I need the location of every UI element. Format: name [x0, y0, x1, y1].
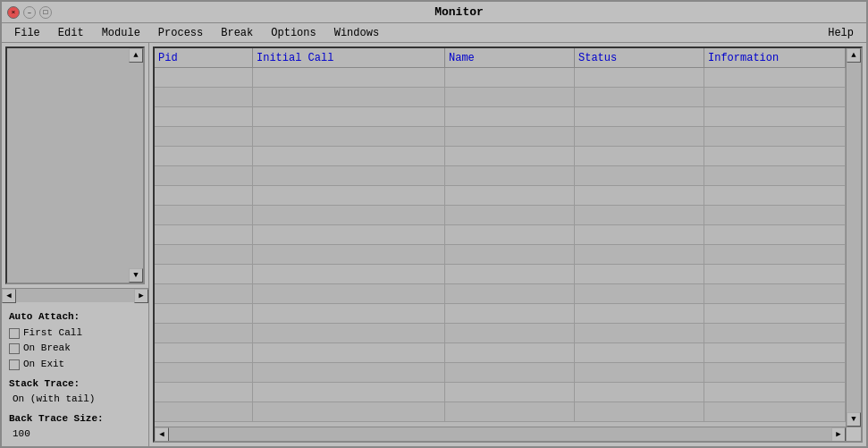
cell-pid: [155, 147, 253, 165]
table-row[interactable]: [155, 265, 861, 284]
menu-edit[interactable]: Edit: [49, 25, 93, 41]
right-panel: Pid Initial Call Name Status Information: [149, 43, 866, 446]
cell-information: [704, 402, 846, 421]
cell-status: [575, 88, 704, 106]
table-row[interactable]: [155, 147, 861, 166]
table-scroll-h-track[interactable]: [169, 427, 831, 441]
table-row[interactable]: [155, 363, 861, 383]
cell-information: [704, 383, 846, 402]
cell-initial-call: [253, 147, 445, 165]
main-content: ▲ ▼ ◀ ▶ Auto Attach: First Call On Break: [2, 43, 866, 446]
cell-name: [445, 147, 575, 165]
title-bar-buttons: × – □: [7, 6, 52, 19]
table-header: Pid Initial Call Name Status Information: [155, 48, 861, 68]
cell-initial-call: [253, 304, 445, 323]
cell-status: [575, 225, 704, 244]
table-scroll-left-button[interactable]: ◀: [155, 427, 169, 442]
table-row[interactable]: [155, 383, 861, 402]
cell-name: [445, 186, 575, 205]
cell-status: [575, 107, 704, 126]
cell-status: [575, 127, 704, 146]
col-header-information[interactable]: Information: [704, 48, 846, 67]
checkbox-on-exit-box[interactable]: [9, 359, 20, 370]
table-row[interactable]: [155, 88, 861, 107]
table-row[interactable]: [155, 68, 861, 88]
left-info: Auto Attach: First Call On Break On Exit…: [2, 302, 148, 446]
cell-initial-call: [253, 343, 445, 362]
cell-information: [704, 324, 846, 342]
menu-windows[interactable]: Windows: [325, 25, 388, 41]
cell-initial-call: [253, 88, 445, 106]
table-row[interactable]: [155, 186, 861, 206]
table-row[interactable]: [155, 284, 861, 304]
minimize-button[interactable]: –: [23, 6, 36, 19]
close-button[interactable]: ×: [7, 6, 20, 19]
cell-pid: [155, 88, 253, 106]
menu-options[interactable]: Options: [262, 25, 324, 41]
menu-module[interactable]: Module: [93, 25, 149, 41]
window-title: Monitor: [57, 5, 861, 19]
maximize-button[interactable]: □: [39, 6, 52, 19]
cell-pid: [155, 383, 253, 402]
table-row[interactable]: [155, 206, 861, 225]
cell-pid: [155, 343, 253, 362]
scroll-right-button[interactable]: ▶: [134, 289, 148, 303]
cell-pid: [155, 127, 253, 146]
scroll-left-button[interactable]: ◀: [2, 289, 16, 303]
cell-status: [575, 68, 704, 87]
checkbox-on-break-box[interactable]: [9, 343, 20, 354]
cell-status: [575, 363, 704, 382]
cell-initial-call: [253, 383, 445, 402]
menu-help[interactable]: Help: [819, 25, 863, 41]
cell-pid: [155, 245, 253, 264]
left-panel: ▲ ▼ ◀ ▶ Auto Attach: First Call On Break: [2, 43, 149, 446]
checkbox-on-break[interactable]: On Break: [9, 341, 141, 357]
cell-status: [575, 304, 704, 323]
cell-pid: [155, 304, 253, 323]
cell-initial-call: [253, 402, 445, 421]
cell-name: [445, 245, 575, 264]
table-row[interactable]: [155, 127, 861, 147]
menu-file[interactable]: File: [5, 25, 49, 41]
menu-process[interactable]: Process: [149, 25, 212, 41]
menu-break[interactable]: Break: [212, 25, 262, 41]
col-header-status[interactable]: Status: [575, 48, 704, 67]
left-scrollbar-h: ◀ ▶: [2, 288, 148, 302]
table-row[interactable]: [155, 324, 861, 343]
scroll-up-button[interactable]: ▲: [129, 48, 143, 63]
col-header-initial-call[interactable]: Initial Call: [253, 48, 445, 67]
checkbox-on-exit-label: On Exit: [23, 357, 64, 373]
table-row[interactable]: [155, 304, 861, 324]
cell-information: [704, 206, 846, 224]
table-scroll-right-button[interactable]: ▶: [831, 427, 846, 442]
cell-status: [575, 147, 704, 165]
scroll-h-track[interactable]: [16, 289, 134, 302]
cell-name: [445, 304, 575, 323]
checkbox-first-call-box[interactable]: [9, 328, 20, 339]
scroll-corner: [846, 427, 861, 441]
table-row[interactable]: [155, 225, 861, 245]
cell-pid: [155, 265, 253, 283]
table-row[interactable]: [155, 402, 861, 422]
cell-initial-call: [253, 324, 445, 342]
col-header-name[interactable]: Name: [445, 48, 575, 67]
cell-initial-call: [253, 166, 445, 185]
table-scroll-up-button[interactable]: ▲: [847, 48, 861, 63]
scroll-track-v[interactable]: [129, 63, 143, 268]
scroll-down-button[interactable]: ▼: [129, 268, 143, 283]
table-scroll-v-track[interactable]: [847, 63, 861, 412]
left-listbox[interactable]: ▲ ▼: [5, 46, 145, 284]
table-row[interactable]: [155, 107, 861, 127]
menu-bar: File Edit Module Process Break Options W…: [2, 23, 866, 43]
checkbox-first-call[interactable]: First Call: [9, 325, 141, 342]
table-row[interactable]: [155, 343, 861, 363]
col-header-pid[interactable]: Pid: [155, 48, 253, 67]
table-row[interactable]: [155, 166, 861, 186]
table-scrollbar-h: ◀ ▶: [155, 427, 861, 441]
table-row[interactable]: [155, 245, 861, 265]
cell-name: [445, 284, 575, 303]
checkbox-on-exit[interactable]: On Exit: [9, 357, 141, 373]
cell-status: [575, 186, 704, 205]
cell-information: [704, 284, 846, 303]
table-scroll-down-button[interactable]: ▼: [847, 412, 861, 427]
